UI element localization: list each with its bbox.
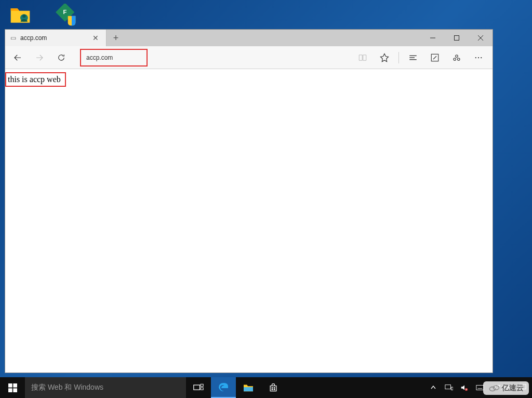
- nav-right: [353, 48, 488, 68]
- svg-rect-19: [13, 383, 17, 388]
- svg-rect-22: [194, 385, 200, 390]
- new-tab-button[interactable]: +: [107, 30, 125, 46]
- tray-network-icon[interactable]: [444, 384, 454, 391]
- svg-rect-27: [274, 387, 275, 389]
- taskbar-store-button[interactable]: [261, 377, 286, 398]
- hub-button[interactable]: [403, 48, 423, 68]
- minimize-button[interactable]: [421, 30, 445, 46]
- svg-rect-29: [274, 389, 275, 391]
- address-bar[interactable]: accp.com: [80, 49, 148, 67]
- task-view-button[interactable]: [186, 377, 211, 398]
- favorites-button[interactable]: [375, 48, 394, 68]
- taskbar: 搜索 Web 和 Windows 17:39: [0, 377, 532, 398]
- tab-close-button[interactable]: ✕: [90, 34, 101, 42]
- tray-chevron-up-icon[interactable]: [428, 385, 438, 390]
- start-button[interactable]: [0, 377, 25, 398]
- taskbar-edge-button[interactable]: [211, 377, 236, 398]
- tab-spacer: [125, 30, 421, 46]
- svg-point-12: [456, 55, 458, 57]
- svg-point-38: [489, 387, 495, 391]
- taskbar-search[interactable]: 搜索 Web 和 Windows: [25, 377, 186, 398]
- svg-rect-24: [201, 388, 203, 390]
- more-button[interactable]: [469, 48, 488, 68]
- address-text: accp.com: [86, 54, 113, 61]
- svg-rect-21: [13, 388, 17, 392]
- svg-rect-23: [201, 384, 203, 386]
- edge-browser-window: ▭ accp.com ✕ + accp.com: [5, 29, 493, 373]
- desktop: F ▭ accp.com ✕ +: [0, 0, 532, 398]
- window-controls: [421, 30, 493, 46]
- desktop-project-shield-icon[interactable]: F: [54, 3, 78, 28]
- desktop-icons: F: [8, 3, 78, 28]
- svg-rect-5: [455, 36, 459, 41]
- nav-bar: accp.com: [5, 46, 493, 69]
- search-placeholder: 搜索 Web 和 Windows: [31, 383, 103, 392]
- close-window-button[interactable]: [469, 30, 493, 46]
- tab-strip: ▭ accp.com ✕ +: [5, 30, 493, 46]
- svg-point-1: [22, 15, 25, 18]
- svg-point-39: [493, 386, 499, 390]
- taskbar-explorer-button[interactable]: [236, 377, 261, 398]
- forward-button[interactable]: [31, 49, 48, 66]
- svg-rect-30: [445, 385, 451, 389]
- maximize-button[interactable]: [445, 30, 469, 46]
- svg-rect-25: [244, 387, 253, 391]
- browser-tab[interactable]: ▭ accp.com ✕: [5, 30, 107, 46]
- separator: [398, 52, 399, 63]
- svg-point-13: [454, 58, 456, 60]
- webnote-button[interactable]: [425, 48, 445, 68]
- svg-rect-18: [8, 383, 12, 388]
- svg-point-14: [458, 58, 460, 60]
- desktop-folder-user-icon[interactable]: [8, 3, 33, 28]
- svg-point-17: [481, 57, 482, 58]
- share-button[interactable]: [447, 48, 467, 68]
- back-button[interactable]: [9, 49, 26, 66]
- tray-volume-icon[interactable]: [459, 384, 470, 391]
- watermark: 亿速云: [483, 381, 529, 395]
- page-content: this is accp web: [5, 69, 493, 373]
- svg-point-16: [478, 57, 479, 58]
- svg-rect-35: [476, 386, 484, 390]
- svg-rect-20: [8, 388, 12, 392]
- svg-rect-28: [272, 389, 273, 391]
- page-body-text: this is accp web: [5, 72, 66, 87]
- svg-point-15: [475, 57, 476, 58]
- page-icon: ▭: [10, 34, 16, 42]
- svg-rect-26: [272, 387, 273, 389]
- svg-rect-31: [451, 387, 453, 390]
- svg-text:F: F: [63, 9, 67, 15]
- refresh-button[interactable]: [53, 49, 70, 66]
- reading-view-button[interactable]: [353, 48, 373, 68]
- watermark-text: 亿速云: [502, 383, 524, 393]
- tab-title: accp.com: [20, 34, 86, 42]
